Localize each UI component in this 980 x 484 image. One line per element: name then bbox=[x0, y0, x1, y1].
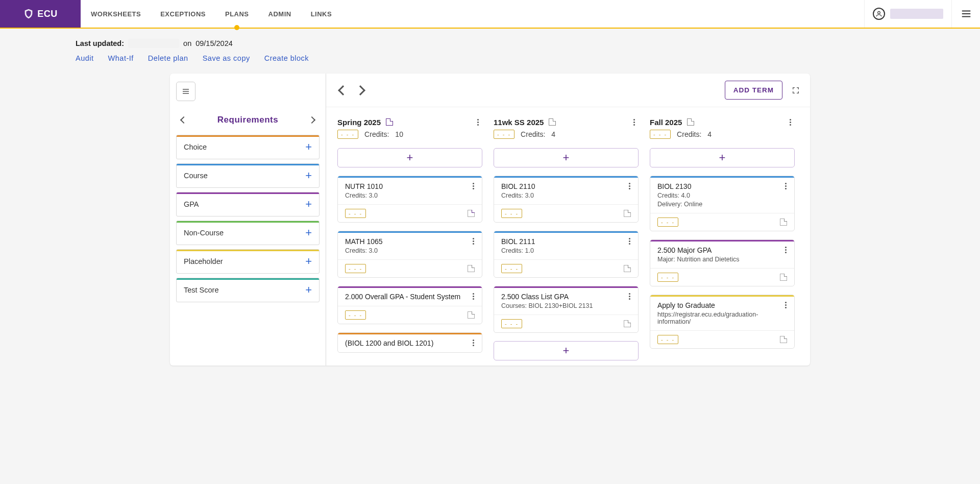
svg-point-0 bbox=[878, 11, 880, 14]
user-avatar-icon[interactable] bbox=[873, 8, 885, 20]
nav-links[interactable]: LINKS bbox=[309, 0, 334, 28]
card-title: BIOL 2111 bbox=[501, 237, 631, 246]
more-menu-button[interactable] bbox=[469, 181, 478, 190]
nav-admin[interactable]: ADMIN bbox=[266, 0, 293, 28]
note-icon[interactable] bbox=[624, 320, 631, 327]
more-menu-button[interactable] bbox=[781, 300, 790, 309]
requirement-item[interactable]: Placeholder+ bbox=[176, 249, 320, 274]
more-menu-button[interactable] bbox=[625, 236, 634, 246]
whatif-link[interactable]: What-If bbox=[108, 54, 134, 62]
note-icon[interactable] bbox=[549, 118, 556, 126]
term-column: 11wk SS 2025 - - - Credits: 4 + BIOL 211… bbox=[494, 117, 639, 360]
requirement-item[interactable]: Course+ bbox=[176, 163, 320, 188]
card-subtext: Credits: 3.0 bbox=[501, 192, 631, 199]
note-icon[interactable] bbox=[468, 210, 475, 217]
course-card[interactable]: 2.500 Class List GPA Courses: BIOL 2130+… bbox=[494, 286, 639, 333]
nav-worksheets[interactable]: WORKSHEETS bbox=[89, 0, 143, 28]
course-card[interactable]: BIOL 2111 Credits: 1.0 - - - bbox=[494, 231, 639, 278]
add-course-slot[interactable]: + bbox=[337, 148, 482, 167]
sidebar-toggle-button[interactable] bbox=[176, 82, 195, 101]
user-area bbox=[864, 0, 951, 28]
brand-text: ECU bbox=[37, 9, 58, 19]
course-card[interactable]: MATH 1065 Credits: 3.0 - - - bbox=[337, 231, 482, 278]
card-body: BIOL 2110 Credits: 3.0 bbox=[494, 176, 638, 204]
term-credits: - - - Credits: 4 bbox=[650, 130, 795, 139]
course-card[interactable]: 2.000 Overall GPA - Student System - - - bbox=[337, 286, 482, 324]
brand-logo[interactable]: ECU bbox=[0, 0, 81, 28]
more-menu-button[interactable] bbox=[469, 292, 478, 301]
card-title: BIOL 2110 bbox=[501, 182, 631, 190]
more-menu-button[interactable] bbox=[473, 117, 482, 127]
note-icon[interactable] bbox=[468, 265, 475, 272]
card-footer: - - - bbox=[338, 204, 482, 222]
requirement-item[interactable]: Test Score+ bbox=[176, 278, 320, 302]
more-menu-button[interactable] bbox=[469, 236, 478, 246]
term-name: 11wk SS 2025 bbox=[494, 118, 544, 127]
delete-plan-link[interactable]: Delete plan bbox=[148, 54, 188, 62]
note-icon[interactable] bbox=[780, 219, 787, 226]
expand-icon[interactable] bbox=[792, 86, 800, 94]
requirement-item[interactable]: GPA+ bbox=[176, 192, 320, 216]
course-card[interactable]: Apply to Graduate https://registrar.ecu.… bbox=[650, 295, 795, 349]
course-card[interactable]: NUTR 1010 Credits: 3.0 - - - bbox=[337, 176, 482, 223]
note-icon[interactable] bbox=[687, 118, 694, 126]
more-menu-button[interactable] bbox=[781, 181, 790, 190]
course-card[interactable]: BIOL 2110 Credits: 3.0 - - - bbox=[494, 176, 639, 223]
more-menu-button[interactable] bbox=[629, 117, 639, 127]
add-course-slot[interactable]: + bbox=[650, 148, 795, 167]
add-course-slot[interactable]: + bbox=[494, 341, 639, 360]
create-block-link[interactable]: Create block bbox=[264, 54, 309, 62]
requirement-item[interactable]: Choice+ bbox=[176, 135, 320, 159]
more-menu-button[interactable] bbox=[625, 181, 634, 190]
global-menu-button[interactable] bbox=[951, 0, 980, 28]
credits-label: Credits: bbox=[677, 130, 701, 138]
term-header: Spring 2025 bbox=[337, 117, 482, 127]
note-icon[interactable] bbox=[468, 311, 475, 319]
audit-link[interactable]: Audit bbox=[76, 54, 94, 62]
plan-meta: Last updated: on 09/15/2024 Audit What-I… bbox=[0, 29, 980, 67]
note-icon[interactable] bbox=[780, 274, 787, 281]
requirement-item[interactable]: Non-Course+ bbox=[176, 221, 320, 245]
terms-header: ADD TERM bbox=[326, 74, 810, 107]
card-subtext: Credits: 4.0 bbox=[657, 192, 787, 199]
note-icon[interactable] bbox=[780, 336, 787, 343]
main-nav: WORKSHEETS EXCEPTIONS PLANS ADMIN LINKS bbox=[81, 0, 334, 28]
card-body: 2.500 Major GPA Major: Nutrition and Die… bbox=[650, 240, 794, 268]
menu-icon bbox=[182, 87, 190, 95]
plus-icon: + bbox=[305, 227, 312, 238]
shield-icon bbox=[23, 8, 34, 20]
card-title: 2.500 Class List GPA bbox=[501, 293, 631, 301]
term-header: Fall 2025 bbox=[650, 117, 795, 127]
add-course-slot[interactable]: + bbox=[494, 148, 639, 167]
more-menu-button[interactable] bbox=[625, 292, 634, 301]
requirements-next[interactable] bbox=[306, 112, 317, 128]
more-menu-button[interactable] bbox=[781, 245, 790, 254]
plus-icon: + bbox=[305, 284, 312, 296]
card-subtext: Credits: 3.0 bbox=[345, 192, 475, 199]
more-menu-button[interactable] bbox=[786, 117, 795, 127]
requirements-prev[interactable] bbox=[178, 112, 189, 128]
note-icon[interactable] bbox=[624, 210, 631, 217]
terms-scroll-right[interactable] bbox=[355, 85, 365, 95]
credits-value: 10 bbox=[395, 130, 403, 138]
nav-plans[interactable]: PLANS bbox=[223, 0, 251, 28]
card-body: BIOL 2130 Credits: 4.0Delivery: Online bbox=[650, 176, 794, 213]
nav-exceptions[interactable]: EXCEPTIONS bbox=[158, 0, 208, 28]
menu-icon bbox=[961, 8, 972, 19]
more-menu-button[interactable] bbox=[469, 338, 478, 347]
course-card[interactable]: BIOL 2130 Credits: 4.0Delivery: Online -… bbox=[650, 176, 795, 231]
course-card[interactable]: 2.500 Major GPA Major: Nutrition and Die… bbox=[650, 239, 795, 286]
chevron-right-icon bbox=[308, 116, 315, 124]
terms-row: Spring 2025 - - - Credits: 10 + NUTR 101… bbox=[326, 107, 810, 366]
save-as-copy-link[interactable]: Save as copy bbox=[203, 54, 250, 62]
term-column: Spring 2025 - - - Credits: 10 + NUTR 101… bbox=[337, 117, 482, 360]
terms-scroll-left[interactable] bbox=[338, 85, 348, 95]
note-icon[interactable] bbox=[386, 118, 393, 126]
last-updated-date: 09/15/2024 bbox=[195, 39, 233, 47]
note-icon[interactable] bbox=[624, 265, 631, 272]
add-term-button[interactable]: ADD TERM bbox=[725, 81, 782, 100]
term-header: 11wk SS 2025 bbox=[494, 117, 639, 127]
course-card[interactable]: (BIOL 1200 and BIOL 1201) bbox=[337, 332, 482, 353]
requirement-label: Course bbox=[184, 172, 208, 180]
card-footer: - - - bbox=[650, 213, 794, 231]
